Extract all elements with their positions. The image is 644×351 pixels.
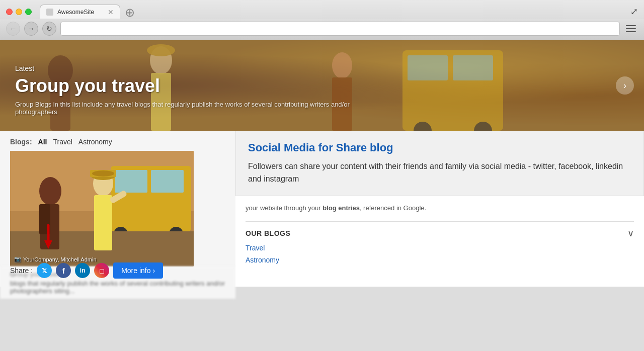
blog-filter: Blogs: All Travel Astronomy bbox=[0, 131, 235, 151]
forward-icon: → bbox=[28, 25, 35, 33]
sidebar-body: your website through your blog entries, … bbox=[246, 203, 634, 214]
fullscreen-icon: ⤢ bbox=[630, 6, 638, 17]
back-button[interactable]: ← bbox=[6, 22, 20, 36]
facebook-icon: f bbox=[62, 267, 65, 275]
fullscreen-button[interactable]: ⤢ bbox=[630, 6, 638, 17]
close-button[interactable] bbox=[6, 9, 13, 15]
svg-point-20 bbox=[39, 177, 61, 205]
social-popup-title: Social Media for Share blog bbox=[248, 141, 631, 154]
sidebar-text-after: , referenced in Google. bbox=[360, 204, 426, 212]
more-info-label: More info bbox=[121, 267, 150, 275]
website-content: Latest Group you travel Group Blogs in t… bbox=[0, 40, 644, 287]
menu-line bbox=[626, 25, 636, 26]
filter-all[interactable]: All bbox=[38, 138, 47, 146]
linkedin-icon: in bbox=[80, 267, 86, 274]
blog-link-astronomy[interactable]: Astronomy bbox=[246, 256, 634, 264]
menu-line bbox=[626, 31, 636, 32]
share-label: Share : bbox=[10, 267, 33, 275]
content-area: Blogs: All Travel Astronomy bbox=[0, 131, 644, 287]
social-popup-body: Followers can share your content with th… bbox=[248, 160, 631, 186]
arrow-indicator bbox=[44, 223, 64, 250]
hero-text-block: Latest Group you travel Group Blogs in t… bbox=[15, 64, 367, 116]
twitter-share-button[interactable]: 𝕏 bbox=[37, 263, 52, 278]
right-content: Social Media for Share blog Followers ca… bbox=[235, 131, 644, 287]
filter-astronomy[interactable]: Astronomy bbox=[78, 138, 112, 146]
caption-text: YourCompany, Mitchell Admin bbox=[23, 256, 97, 262]
blog-card-image: 📷 YourCompany, Mitchell Admin bbox=[10, 151, 194, 267]
blog-link-travel[interactable]: Travel bbox=[246, 244, 634, 252]
menu-line bbox=[626, 28, 636, 29]
forward-button[interactable]: → bbox=[24, 22, 38, 36]
filter-travel[interactable]: Travel bbox=[53, 138, 72, 146]
hero-next-button[interactable]: › bbox=[616, 76, 634, 95]
more-info-arrow-icon: › bbox=[153, 267, 155, 275]
camera-icon: 📷 bbox=[14, 256, 21, 262]
our-blogs-section: OUR BLOGS ∨ Travel Astronomy bbox=[246, 221, 634, 264]
back-icon: ← bbox=[10, 25, 17, 33]
svg-rect-15 bbox=[115, 170, 147, 193]
hero-banner: Latest Group you travel Group Blogs in t… bbox=[0, 40, 644, 131]
title-bar: AwesomeSite ✕ ⊕ ⤢ bbox=[0, 0, 644, 19]
svg-rect-6 bbox=[408, 55, 448, 80]
instagram-share-button[interactable]: ◻ bbox=[94, 263, 109, 278]
address-input[interactable]: www.yourwebsite.com/blog bbox=[60, 22, 620, 36]
share-row: Share : 𝕏 f in ◻ More info › bbox=[10, 262, 163, 279]
linkedin-share-button[interactable]: in bbox=[75, 263, 90, 278]
hero-label: Latest bbox=[15, 64, 367, 72]
tab-title: AwesomeSite bbox=[57, 9, 94, 16]
new-tab-button[interactable]: ⊕ bbox=[122, 7, 137, 19]
blurred-line2: blogs that regularly publish the works o… bbox=[10, 280, 225, 295]
sidebar-text-bold: blog entries bbox=[323, 204, 360, 212]
traffic-lights bbox=[6, 9, 32, 15]
tab-close-icon[interactable]: ✕ bbox=[108, 8, 114, 16]
browser-chrome: AwesomeSite ✕ ⊕ ⤢ ← → ↻ www.yourwebsite.… bbox=[0, 0, 644, 40]
twitter-icon: 𝕏 bbox=[42, 267, 47, 275]
blogs-filter-label: Blogs: bbox=[10, 138, 32, 146]
svg-point-27 bbox=[92, 170, 114, 177]
minimize-button[interactable] bbox=[16, 9, 22, 15]
left-panel: Blogs: All Travel Astronomy bbox=[0, 131, 235, 287]
hero-title: Group you travel bbox=[15, 75, 367, 97]
blog-card-caption: 📷 YourCompany, Mitchell Admin bbox=[14, 256, 97, 262]
refresh-icon: ↻ bbox=[46, 25, 52, 33]
address-bar-row: ← → ↻ www.yourwebsite.com/blog bbox=[0, 19, 644, 40]
svg-rect-16 bbox=[151, 170, 184, 193]
blog-card-svg bbox=[10, 151, 194, 267]
sidebar-content: your website through your blog entries, … bbox=[235, 196, 644, 287]
our-blogs-header: OUR BLOGS ∨ bbox=[246, 228, 634, 239]
svg-marker-30 bbox=[44, 240, 52, 249]
new-tab-icon: ⊕ bbox=[125, 7, 135, 19]
tab-favicon bbox=[46, 9, 53, 16]
tabs-area: AwesomeSite ✕ ⊕ bbox=[40, 5, 630, 19]
sidebar-text-before: your website through your bbox=[246, 204, 323, 212]
svg-rect-24 bbox=[94, 195, 112, 250]
refresh-button[interactable]: ↻ bbox=[42, 22, 56, 36]
menu-button[interactable] bbox=[624, 22, 638, 36]
svg-rect-7 bbox=[453, 55, 493, 80]
hero-subtitle: Group Blogs in this list include any tra… bbox=[15, 101, 367, 116]
our-blogs-title: OUR BLOGS bbox=[246, 229, 290, 237]
svg-point-4 bbox=[147, 44, 175, 56]
blogs-toggle-icon[interactable]: ∨ bbox=[627, 228, 634, 239]
facebook-share-button[interactable]: f bbox=[56, 263, 71, 278]
down-arrow-icon bbox=[44, 223, 64, 250]
social-popup: Social Media for Share blog Followers ca… bbox=[235, 131, 644, 196]
more-info-button[interactable]: More info › bbox=[113, 262, 163, 279]
maximize-button[interactable] bbox=[25, 9, 32, 15]
instagram-icon: ◻ bbox=[99, 267, 105, 275]
active-tab[interactable]: AwesomeSite ✕ bbox=[40, 5, 120, 19]
